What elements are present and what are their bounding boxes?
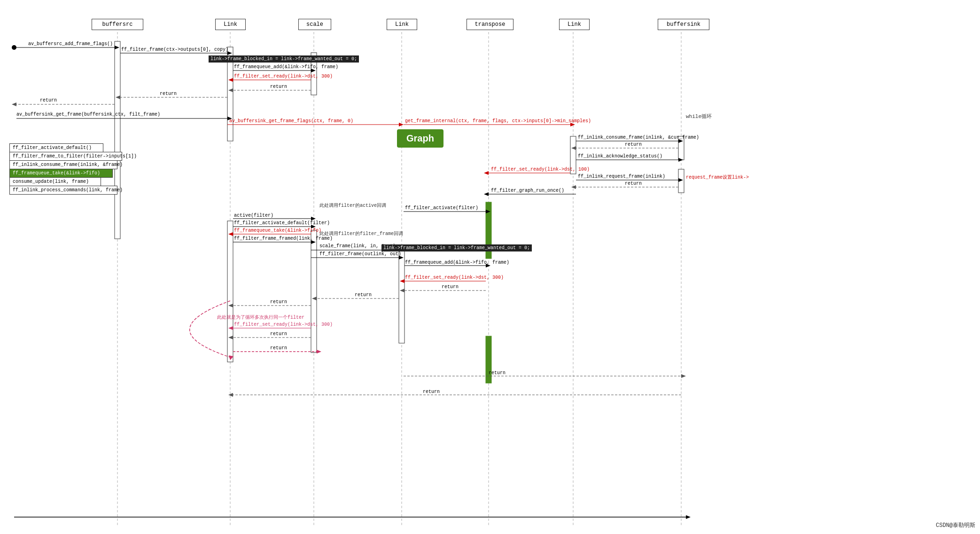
svg-marker-87 (686, 515, 691, 519)
msg-ff-filter-set-ready-300-2: ff_filter_set_ready(link->dst, 300) (405, 275, 504, 280)
left-box-2: ff_filter_frame_to_filter(filter->inputs… (9, 152, 122, 161)
left-box-6: ff_inlink_process_commands(link, frame) (9, 186, 117, 195)
lifeline-link2: Link (387, 19, 417, 30)
msg-loop-note: 此处就是为了循环多次执行同一个filter (217, 314, 304, 321)
lifeline-scale: scale (298, 19, 331, 30)
msg-return-6: return (442, 284, 459, 290)
diagram-container: buffersrc Link scale Link transpose Link… (0, 0, 980, 534)
left-box-1: ff_filter_activate_default() (9, 143, 103, 152)
svg-marker-32 (12, 102, 16, 106)
msg-av-buffersink-get-frame-flags: av_buffersink_get_frame_flags(ctx, frame… (229, 118, 353, 124)
lifeline-transpose: transpose (467, 19, 513, 30)
msg-ff-framequeue-add-1: ff_framequeue_add(&link->fifo, frame) (234, 64, 338, 70)
msg-request-frame-label: request_frame设置link-> (686, 174, 749, 181)
msg-ff-filter-activate: ff_filter_activate(filter) (405, 205, 478, 211)
svg-marker-50 (571, 185, 576, 189)
svg-marker-52 (484, 192, 489, 196)
msg-return-2: return (160, 91, 177, 96)
msg-return-3: return (40, 98, 57, 103)
msg-ff-filter-graph-run-once: ff_filter_graph_run_once() (491, 188, 564, 193)
svg-marker-56 (311, 217, 316, 220)
lifeline-link3: Link (559, 19, 590, 30)
left-box-5: consume_update(link, frame) (9, 177, 101, 186)
msg-return-5: return (625, 181, 642, 186)
msg-ff-framequeue-add-2: ff_framequeue_add(&link->fifo, frame) (405, 260, 509, 265)
msg-return-10: return (270, 346, 287, 351)
svg-rect-10 (227, 221, 233, 362)
msg-frame-blocked-dark-2: link->frame_blocked_in = link->frame_wan… (381, 244, 532, 251)
msg-ff-filter-set-ready-pink: ff_filter_set_ready(link->dst, 300) (234, 322, 333, 327)
msg-av-buffersrc-add-frame-flags: av_buffersrc_add_frame_flags() (28, 41, 113, 47)
msg-return-1: return (270, 84, 287, 89)
svg-point-18 (12, 45, 16, 50)
msg-get-frame-internal: get_frame_internal(ctx, frame, flags, ct… (405, 118, 591, 124)
msg-return-8: return (270, 299, 287, 305)
msg-ff-filter-set-ready-100: ff_filter_set_ready(link->dst, 100) (491, 167, 590, 172)
msg-ff-filter-frame-copy: ff_filter_frame(ctx->outputs[0], copy) (121, 47, 228, 52)
diagram-svg (0, 0, 980, 534)
msg-frame-blocked-dark: link->frame_blocked_in = link->frame_wan… (209, 55, 359, 63)
msg-active-callback-note: 此处调用filter的active回调 (319, 202, 386, 209)
left-box-3: ff_inlink_consume_frame(inlink, &frame) (9, 160, 117, 169)
svg-marker-36 (399, 123, 404, 126)
msg-return-9: return (270, 331, 287, 337)
msg-return-11: return (489, 370, 506, 376)
msg-return-4: return (625, 142, 642, 147)
left-box-4-green: ff_framequeue_take(&link->fifo) (9, 169, 113, 178)
svg-rect-11 (311, 230, 317, 353)
msg-ff-inlink-request-frame: ff_inlink_request_frame(inlink) (578, 174, 665, 179)
msg-ff-inlink-acknowledge-status: ff_inlink_acknowledge_status() (578, 154, 662, 159)
msg-av-buffersink-get-frame: av_buffersink_get_frame(buffersink_ctx, … (16, 112, 160, 117)
svg-rect-12 (399, 249, 404, 343)
watermark: CSDN@泰勒明斯 (936, 521, 975, 529)
lifeline-buffersink: buffersink (658, 19, 709, 30)
svg-marker-83 (681, 374, 686, 378)
svg-marker-85 (228, 393, 233, 397)
msg-ff-filter-frame-framed: ff_filter_frame_framed(link, frame) (234, 236, 333, 241)
msg-ff-filter-frame-outlink: ff_filter_frame(outlink, out) (319, 251, 401, 257)
msg-return-7: return (355, 292, 372, 298)
lifeline-link1: Link (215, 19, 246, 30)
msg-active-filter: active(filter) (234, 213, 273, 218)
msg-ff-filter-set-ready-1: ff_filter_set_ready(link->dst, 300) (234, 74, 333, 79)
svg-rect-7 (115, 41, 120, 239)
msg-ff-filter-activate-default: ff_filter_activate_default(filter) (234, 220, 330, 226)
msg-ff-inlink-consume-frame-1: ff_inlink_consume_frame(inlink, &cur_fra… (578, 135, 699, 140)
svg-marker-81 (317, 350, 321, 353)
msg-return-12: return (423, 389, 440, 394)
lifeline-buffersrc: buffersrc (92, 19, 143, 30)
svg-marker-46 (484, 171, 489, 175)
msg-ff-framequeue-take: ff_framequeue_take(&link->fifo) (234, 228, 321, 233)
graph-button[interactable]: Graph (397, 129, 443, 148)
msg-filter-frame-callback-note: 此处调用filter的filter_frame回调 (319, 230, 403, 237)
while-label: while循环 (686, 113, 712, 120)
